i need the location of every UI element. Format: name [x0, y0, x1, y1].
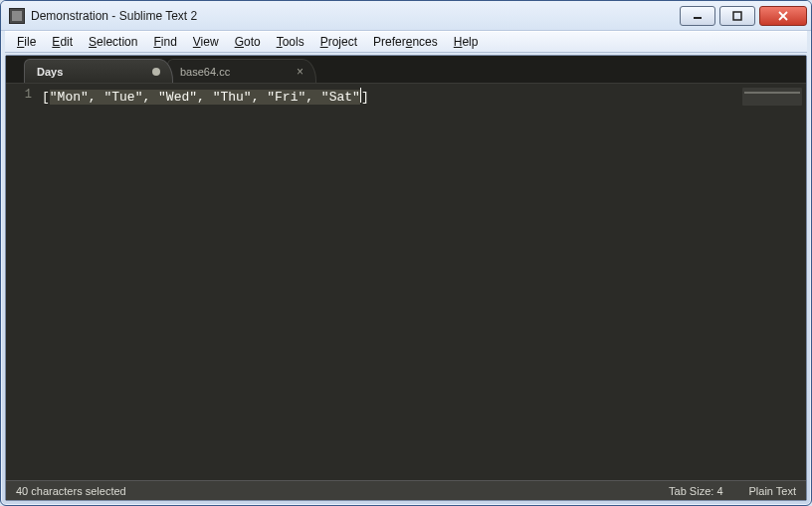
status-selection: 40 characters selected	[16, 485, 126, 497]
menu-selection[interactable]: Selection	[81, 33, 145, 51]
status-syntax[interactable]: Plain Text	[749, 485, 797, 497]
maximize-icon	[732, 11, 742, 21]
menu-view[interactable]: View	[185, 33, 227, 51]
title-bar[interactable]: Demonstration - Sublime Text 2	[1, 1, 811, 31]
line-number: 1	[6, 88, 32, 102]
minimize-button[interactable]	[680, 6, 715, 26]
tab-base64[interactable]: base64.cc ×	[167, 59, 316, 83]
tab-days[interactable]: Days	[24, 59, 173, 83]
menu-tools[interactable]: Tools	[269, 33, 312, 51]
window-title: Demonstration - Sublime Text 2	[31, 9, 680, 23]
menu-goto[interactable]: Goto	[227, 33, 269, 51]
close-button[interactable]	[759, 6, 807, 26]
menu-preferences[interactable]: Preferences	[365, 33, 446, 51]
close-icon	[778, 11, 788, 21]
app-icon	[9, 8, 25, 24]
status-tab-size[interactable]: Tab Size: 4	[669, 485, 722, 497]
dirty-indicator-icon	[152, 68, 160, 76]
tab-close-icon[interactable]: ×	[297, 65, 304, 79]
code-area[interactable]: ["Mon", "Tue", "Wed", "Thu", "Fri", "Sat…	[42, 84, 806, 480]
minimize-icon	[693, 11, 703, 21]
menu-find[interactable]: Find	[145, 33, 184, 51]
maximize-button[interactable]	[719, 6, 755, 26]
menu-bar: File Edit Selection Find View Goto Tools…	[5, 31, 807, 53]
code-selection: "Mon", "Tue", "Wed", "Thu", "Fri", "Sat"	[50, 90, 360, 105]
editor-body[interactable]: 1 ["Mon", "Tue", "Wed", "Thu", "Fri", "S…	[6, 84, 806, 480]
editor-frame: Days base64.cc × 1 ["Mon", "Tue", "Wed",…	[5, 55, 807, 501]
gutter: 1	[6, 84, 42, 480]
menu-edit[interactable]: Edit	[44, 33, 81, 51]
window-controls	[680, 6, 807, 26]
tab-label: base64.cc	[180, 66, 230, 78]
app-window: Demonstration - Sublime Text 2 File Edit…	[0, 0, 812, 506]
code-suffix: ]	[361, 90, 369, 105]
tab-bar: Days base64.cc ×	[6, 56, 806, 84]
svg-rect-1	[733, 12, 741, 20]
status-bar: 40 characters selected Tab Size: 4 Plain…	[6, 480, 806, 500]
code-prefix: [	[42, 90, 50, 105]
tab-label: Days	[37, 66, 63, 78]
menu-project[interactable]: Project	[312, 33, 365, 51]
menu-file[interactable]: File	[9, 33, 44, 51]
menu-help[interactable]: Help	[446, 33, 487, 51]
minimap[interactable]	[742, 88, 802, 106]
